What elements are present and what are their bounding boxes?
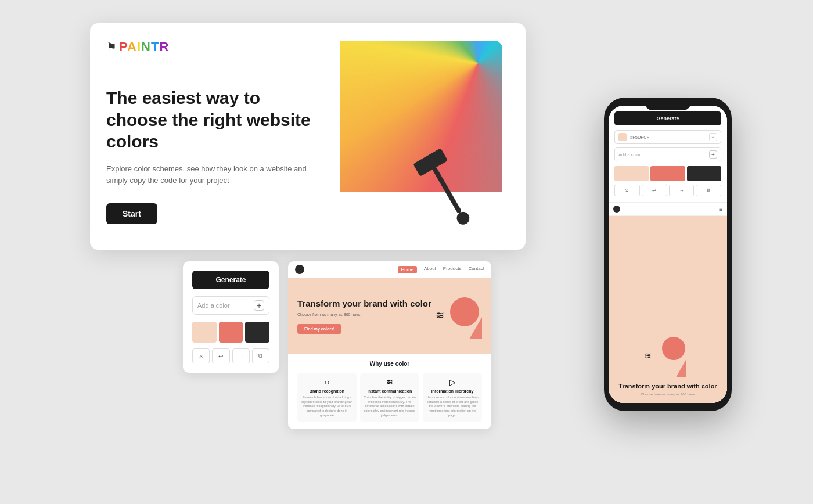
add-color-button[interactable]: + xyxy=(254,300,264,311)
remove-action-button[interactable]: ⤫ xyxy=(192,348,210,363)
swatch-peach[interactable] xyxy=(192,322,217,343)
preview-features-list: ○ Brand recognition Research has shown t… xyxy=(297,373,482,422)
ph-circle xyxy=(662,337,685,360)
phone-site-hero: ≋ Transform your brand with color Choose… xyxy=(609,216,727,403)
illus-triangle xyxy=(469,317,482,339)
phone-swatch-sm xyxy=(618,133,627,141)
phone-swatch-coral[interactable] xyxy=(650,166,685,181)
preview-hero-illustration: ≋ xyxy=(436,293,482,339)
preview-hero-title: Transform your brand with color xyxy=(297,298,431,309)
phone-generator-section: Generate #F5DPCF − Add a color + ⤫ xyxy=(609,106,727,203)
feature-info-hierarchy: ▷ Information Hierarchy Harmonious color… xyxy=(423,373,482,422)
preview-nav-about[interactable]: About xyxy=(424,266,436,273)
preview-nav-links: Home About Products Contact xyxy=(398,266,484,273)
preview-logo xyxy=(295,265,304,274)
preview-why-section: Why use color ○ Brand recognition Resear… xyxy=(288,354,491,429)
preview-navbar: Home About Products Contact xyxy=(288,261,491,278)
communication-icon: ≋ xyxy=(364,377,416,387)
phone-add-color-row: Add a color + xyxy=(614,147,721,161)
start-button[interactable]: Start xyxy=(106,203,157,224)
phone-mockup: Generate #F5DPCF − Add a color + ⤫ xyxy=(604,98,732,411)
generate-button[interactable]: Generate xyxy=(192,271,269,289)
phone-hero-illustration: ≋ xyxy=(645,337,691,377)
preview-hero-subtitle: Choose from as many as 360 hues xyxy=(297,312,431,316)
phone-action-buttons: ⤫ ↩ → ⧉ xyxy=(614,185,721,196)
middle-section: Generate Add a color + ⤫ ↩ → ⧉ Home Abou… xyxy=(183,261,491,429)
feature-hier-desc: Harmonious color combinations help estab… xyxy=(426,395,479,417)
phone-hamburger-icon[interactable]: ≡ xyxy=(719,206,722,213)
phone-site-logo xyxy=(613,206,620,213)
logo-text: PAINTR xyxy=(119,39,169,55)
phone-notch xyxy=(645,98,691,110)
rainbow-roller-illustration xyxy=(311,41,502,238)
phone-remove-color[interactable]: − xyxy=(709,133,717,141)
logo-paintbrush-icon: ⚑ xyxy=(106,40,117,54)
copy-action-button[interactable]: ⧉ xyxy=(252,348,269,363)
ph-waves-icon: ≋ xyxy=(645,351,652,360)
phone-hero-subtitle: Choose from as many as 360 hues xyxy=(641,393,695,396)
preview-why-title: Why use color xyxy=(297,361,482,367)
phone-swatches xyxy=(614,166,721,181)
phone-hero-title: Transform your brand with color xyxy=(618,382,717,390)
swatch-dark[interactable] xyxy=(245,322,269,343)
feature-comm-desc: Color has the ability to trigger certain… xyxy=(364,395,416,417)
hierarchy-icon: ▷ xyxy=(426,377,479,387)
hero-subtitle: Explore color schemes, see how they look… xyxy=(106,163,315,188)
logo: ⚑ PAINTR xyxy=(106,39,169,55)
preview-nav-contact[interactable]: Contact xyxy=(468,266,484,273)
preview-nav-products[interactable]: Products xyxy=(443,266,462,273)
preview-cta-button[interactable]: Find my colors! xyxy=(297,324,341,334)
website-preview-panel: Home About Products Contact Transform yo… xyxy=(288,261,491,429)
phone-hex-value: #F5DPCF xyxy=(630,135,706,140)
feature-brand-title: Brand recognition xyxy=(301,389,353,393)
undo-action-button[interactable]: ↩ xyxy=(212,348,229,363)
phone-swatch-peach[interactable] xyxy=(614,166,649,181)
add-color-row: Add a color + xyxy=(192,296,269,315)
swatch-coral[interactable] xyxy=(219,322,243,343)
phone-outer: Generate #F5DPCF − Add a color + ⤫ xyxy=(604,98,732,411)
phone-screen: Generate #F5DPCF − Add a color + ⤫ xyxy=(609,106,727,403)
phone-undo-btn[interactable]: ↩ xyxy=(642,185,667,196)
preview-hero-text: Transform your brand with color Choose f… xyxy=(297,298,431,334)
phone-forward-btn[interactable]: → xyxy=(669,185,695,196)
brand-recognition-icon: ○ xyxy=(301,377,353,387)
feature-brand-desc: Research has shown that adding a signatu… xyxy=(301,395,353,417)
color-swatches xyxy=(192,322,269,343)
phone-swatch-dark[interactable] xyxy=(687,166,721,181)
preview-hero-section: Transform your brand with color Choose f… xyxy=(288,278,491,354)
landing-card: ⚑ PAINTR The easiest way to choose the r… xyxy=(90,23,526,250)
generator-panel: Generate Add a color + ⤫ ↩ → ⧉ xyxy=(183,261,279,373)
phone-site-nav: ≡ xyxy=(609,203,727,216)
add-color-label: Add a color xyxy=(197,302,230,309)
forward-action-button[interactable]: → xyxy=(232,348,250,363)
phone-add-button[interactable]: + xyxy=(709,150,717,159)
phone-generate-button[interactable]: Generate xyxy=(614,111,721,125)
feature-brand-recognition: ○ Brand recognition Research has shown t… xyxy=(297,373,357,422)
action-buttons: ⤫ ↩ → ⧉ xyxy=(192,348,269,363)
preview-nav-home[interactable]: Home xyxy=(398,266,417,273)
ph-triangle xyxy=(676,359,686,377)
phone-add-label: Add a color xyxy=(618,152,641,157)
phone-remove-btn[interactable]: ⤫ xyxy=(614,185,640,196)
phone-website-section: ≡ ≋ Transform your brand with color Choo… xyxy=(609,203,727,403)
hero-title: The easiest way to choose the right webs… xyxy=(106,87,315,153)
feature-hier-title: Information Hierarchy xyxy=(426,389,479,393)
illus-waves-icon: ≋ xyxy=(436,310,444,321)
feature-instant-communication: ≋ Instant communication Color has the ab… xyxy=(360,373,419,422)
phone-color-row: #F5DPCF − xyxy=(614,130,721,144)
feature-comm-title: Instant communication xyxy=(364,389,416,393)
hero-text-block: The easiest way to choose the right webs… xyxy=(106,87,315,224)
phone-copy-btn[interactable]: ⧉ xyxy=(696,185,721,196)
